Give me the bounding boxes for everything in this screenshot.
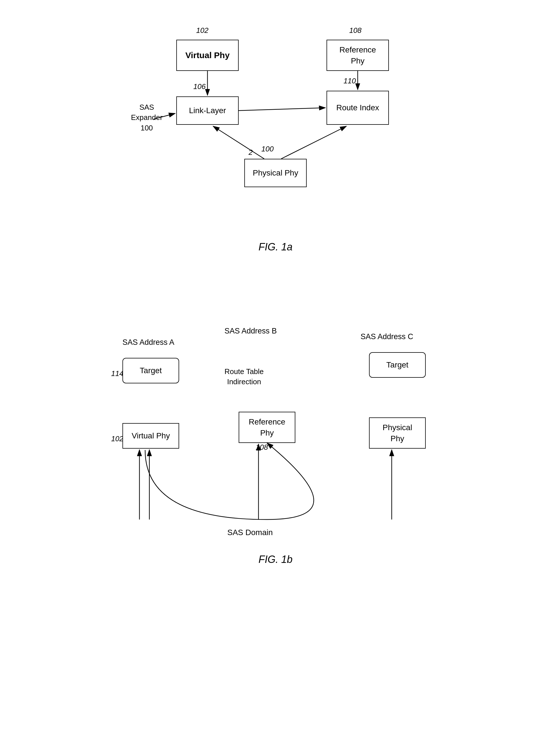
label-114: 114 <box>111 369 123 378</box>
svg-line-4 <box>239 108 326 110</box>
physical-phy-box: Physical Phy <box>244 159 307 187</box>
label-108-fig1a: 108 <box>349 26 361 35</box>
label-108-fig1b: 108 <box>256 443 268 452</box>
label-106: 106 <box>193 82 205 91</box>
target-c-box: Target <box>369 352 426 378</box>
label-100-fig1a: 100 <box>261 144 273 153</box>
fig1a-container: 102 108 106 110 100 2 Virtual Phy Refere… <box>28 17 523 264</box>
physical-phy-b-box: PhysicalPhy <box>369 417 426 449</box>
label-110: 110 <box>344 76 356 85</box>
fig1b-diagram: SAS Address A SAS Address B SAS Address … <box>105 304 446 536</box>
sas-address-c-label: SAS Address C <box>361 332 413 341</box>
sas-address-a-label: SAS Address A <box>122 338 174 347</box>
sas-address-b-label: SAS Address B <box>224 327 277 336</box>
link-layer-box: Link-Layer <box>176 96 239 125</box>
svg-line-6 <box>281 126 346 159</box>
label-102-fig1a: 102 <box>196 26 208 35</box>
page: 102 108 106 110 100 2 Virtual Phy Refere… <box>0 0 551 594</box>
fig1b-caption: FIG. 1b <box>258 553 293 565</box>
route-table-label: Route TableIndirection <box>224 366 263 387</box>
label-2: 2 <box>248 148 252 157</box>
fig1a-diagram: 102 108 106 110 100 2 Virtual Phy Refere… <box>139 17 412 233</box>
svg-line-5 <box>213 126 264 159</box>
fig1b-container: SAS Address A SAS Address B SAS Address … <box>28 304 523 577</box>
reference-phy-b-box: ReferencePhy <box>239 412 295 443</box>
target-a-box: Target <box>122 358 179 383</box>
sas-expander-label: SASExpander100 <box>131 102 162 133</box>
label-102-fig1b: 102 <box>111 434 123 443</box>
reference-phy-box: ReferencePhy <box>327 40 389 71</box>
sas-domain-label: SAS Domain <box>227 528 273 537</box>
virtual-phy-box: Virtual Phy <box>176 40 239 71</box>
fig1a-caption: FIG. 1a <box>258 241 293 253</box>
virtual-phy-b-box: Virtual Phy <box>122 423 179 449</box>
route-index-box: Route Index <box>327 91 389 125</box>
